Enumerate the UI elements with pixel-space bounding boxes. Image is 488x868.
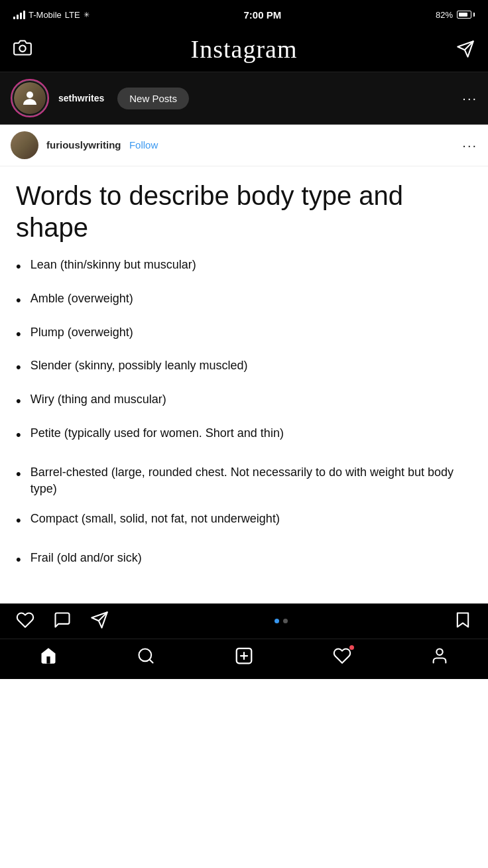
list-item: • Petite (typically used for women. Shor… bbox=[16, 425, 472, 446]
notification-dot bbox=[349, 645, 354, 650]
post-avatar-image bbox=[11, 131, 38, 159]
list-item: • Compact (small, solid, not fat, not un… bbox=[16, 511, 472, 531]
profile-icon bbox=[430, 647, 449, 665]
status-time: 7:00 PM bbox=[244, 9, 282, 21]
home-tab[interactable] bbox=[39, 647, 58, 665]
camera-icon bbox=[13, 38, 32, 57]
stories-username: sethwrites bbox=[58, 93, 104, 103]
share-icon bbox=[90, 611, 109, 629]
home-icon bbox=[39, 647, 58, 665]
svg-point-0 bbox=[19, 46, 25, 52]
search-tab[interactable] bbox=[137, 647, 155, 665]
list-text: Plump (overweight) bbox=[30, 324, 133, 341]
bullet: • bbox=[16, 290, 21, 311]
camera-button[interactable] bbox=[13, 38, 46, 60]
ig-header: Instagram bbox=[0, 29, 488, 72]
bullet: • bbox=[16, 391, 21, 412]
app-title: Instagram bbox=[191, 34, 298, 64]
bullet: • bbox=[16, 511, 21, 531]
bookmark-icon bbox=[454, 611, 472, 629]
battery-percent: 82% bbox=[436, 10, 453, 20]
like-button[interactable] bbox=[16, 611, 34, 632]
stories-bar: sethwrites New Posts ··· bbox=[0, 72, 488, 125]
list-text: Petite (typically used for women. Short … bbox=[30, 425, 284, 442]
post-more-button[interactable]: ··· bbox=[462, 138, 477, 153]
save-button[interactable] bbox=[454, 611, 472, 632]
post-content: Words to describe body type and shape • … bbox=[0, 166, 488, 603]
list-item: • Amble (overweight) bbox=[16, 290, 472, 311]
list-text: Barrel-chested (large, rounded chest. No… bbox=[30, 464, 472, 497]
avatar-placeholder-icon bbox=[20, 88, 40, 108]
list-text: Lean (thin/skinny but muscular) bbox=[30, 257, 196, 273]
list-text: Amble (overweight) bbox=[30, 290, 133, 307]
list-item: • Slender (skinny, possibly leanly muscl… bbox=[16, 357, 472, 378]
story-avatar bbox=[11, 79, 49, 117]
stories-info: sethwrites New Posts bbox=[58, 88, 453, 109]
post-title: Words to describe body type and shape bbox=[16, 180, 472, 243]
profile-tab[interactable] bbox=[430, 647, 449, 665]
share-button[interactable] bbox=[90, 611, 109, 632]
dot-2 bbox=[283, 619, 288, 623]
list-text: Slender (skinny, possibly leanly muscled… bbox=[30, 357, 248, 374]
list-item: • Wiry (thing and muscular) bbox=[16, 391, 472, 412]
bullet: • bbox=[16, 550, 21, 570]
bullet: • bbox=[16, 257, 21, 277]
list-item: • Barrel-chested (large, rounded chest. … bbox=[16, 464, 472, 497]
svg-marker-6 bbox=[457, 613, 468, 627]
heart-icon bbox=[16, 611, 34, 629]
bullet: • bbox=[16, 464, 21, 485]
comment-button[interactable] bbox=[53, 611, 72, 632]
more-options-button[interactable]: ··· bbox=[462, 91, 477, 106]
words-list: • Lean (thin/skinny but muscular) • Ambl… bbox=[16, 257, 472, 570]
list-text: Compact (small, solid, not fat, not unde… bbox=[30, 511, 280, 527]
page-indicator bbox=[274, 619, 288, 623]
activity-tab[interactable] bbox=[333, 647, 351, 665]
follow-button[interactable]: Follow bbox=[129, 139, 158, 151]
comment-icon bbox=[53, 611, 72, 629]
bullet: • bbox=[16, 357, 21, 378]
status-bar: T-Mobile LTE ✳ 7:00 PM 82% bbox=[0, 0, 488, 29]
home-bar bbox=[0, 639, 488, 679]
svg-line-8 bbox=[150, 659, 153, 662]
post-header: furiouslywriting Follow ··· bbox=[0, 125, 488, 166]
bullet: • bbox=[16, 425, 21, 446]
svg-point-3 bbox=[27, 92, 33, 98]
list-item: • Frail (old and/or sick) bbox=[16, 550, 472, 570]
carrier-label: T-Mobile bbox=[29, 10, 62, 20]
lte-icon: ✳ bbox=[84, 11, 90, 19]
svg-point-12 bbox=[436, 649, 442, 654]
search-icon bbox=[137, 647, 155, 665]
add-icon bbox=[234, 646, 254, 666]
avatar-image bbox=[14, 82, 46, 114]
post-user-info: furiouslywriting Follow bbox=[46, 139, 158, 151]
send-button[interactable] bbox=[442, 40, 475, 58]
battery-icon bbox=[457, 11, 475, 19]
post-username[interactable]: furiouslywriting bbox=[46, 139, 121, 151]
signal-bars bbox=[13, 10, 25, 19]
list-item: • Plump (overweight) bbox=[16, 324, 472, 345]
list-text: Frail (old and/or sick) bbox=[30, 550, 142, 566]
post-avatar[interactable] bbox=[11, 131, 38, 159]
activity-heart-icon bbox=[333, 647, 351, 665]
bullet: • bbox=[16, 324, 21, 345]
network-label: LTE bbox=[65, 10, 80, 20]
list-text: Wiry (thing and muscular) bbox=[30, 391, 166, 408]
list-item: • Lean (thin/skinny but muscular) bbox=[16, 257, 472, 277]
status-right: 82% bbox=[436, 10, 475, 20]
action-bar bbox=[0, 603, 488, 639]
send-icon bbox=[456, 40, 475, 58]
add-tab[interactable] bbox=[234, 646, 254, 666]
new-posts-button[interactable]: New Posts bbox=[117, 88, 189, 109]
dot-1 bbox=[274, 619, 279, 623]
story-item-sethwrites[interactable] bbox=[11, 79, 49, 117]
status-left: T-Mobile LTE ✳ bbox=[13, 10, 90, 20]
